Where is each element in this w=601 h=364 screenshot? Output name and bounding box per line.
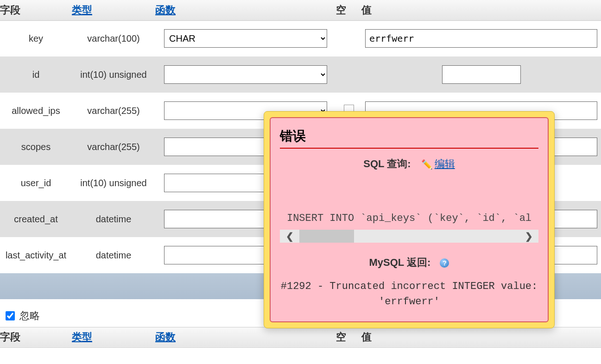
header-row-bottom: 字段类型函数空值 [0,327,601,347]
col-header-field: 字段 [0,0,72,20]
value-cell [361,20,601,56]
field-type: int(10) unsigned [72,165,155,201]
error-dialog: 错误 SQL 查询: ✏️编辑 INSERT INTO `api_keys` (… [264,111,555,328]
function-select[interactable] [164,65,327,84]
mysql-return-line: MySQL 返回: ? [280,256,538,270]
field-type: varchar(255) [72,93,155,129]
null-cell [336,20,361,56]
field-name: id [0,56,72,93]
function-select[interactable]: CHAR [164,29,327,48]
scroll-left-icon[interactable]: ❮ [280,231,299,242]
col-header-value: 值 [361,0,601,20]
field-type: varchar(255) [72,129,155,165]
field-type: int(10) unsigned [72,56,155,93]
error-message: #1292 - Truncated incorrect INTEGER valu… [280,279,538,309]
error-dialog-inner: 错误 SQL 查询: ✏️编辑 INSERT INTO `api_keys` (… [270,117,549,322]
value-input[interactable] [365,29,597,48]
sql-query-label: SQL 查询: [363,158,411,169]
table-row: keyvarchar(100)CHAR [0,20,601,56]
ignore-checkbox-label[interactable]: 忽略 [3,309,40,323]
field-name: user_id [0,165,72,201]
field-name: key [0,20,72,56]
col-header-type[interactable]: 类型 [72,331,92,343]
table-row: idint(10) unsigned [0,56,601,93]
field-type: varchar(100) [72,20,155,56]
field-name: created_at [0,201,72,237]
dialog-title: 错误 [280,127,538,149]
col-header-func[interactable]: 函数 [155,0,336,20]
col-header-type[interactable]: 类型 [72,0,155,20]
scroll-thumb[interactable] [299,230,354,243]
col-header-value: 值 [361,327,601,347]
header-row: 字段 类型 函数 空 值 [0,0,601,20]
sql-scrollbar[interactable]: ❮ ❯ [280,230,538,243]
mysql-return-label: MySQL 返回: [369,257,431,268]
field-type: datetime [72,201,155,237]
col-header-null: 空 [336,0,361,20]
pencil-icon: ✏️ [421,159,433,170]
sql-code: INSERT INTO `api_keys` (`key`, `id`, `al [280,213,538,224]
edit-link[interactable]: 编辑 [435,158,455,169]
col-header-func[interactable]: 函数 [155,331,176,343]
col-header-null: 空 [336,327,361,347]
field-type: datetime [72,237,155,273]
value-input[interactable] [442,65,521,84]
null-cell [336,56,361,93]
help-icon[interactable]: ? [440,258,449,268]
field-name: scopes [0,129,72,165]
field-name: last_activity_at [0,237,72,273]
ignore-label-text: 忽略 [19,309,40,323]
col-header-field: 字段 [0,327,72,347]
scroll-right-icon[interactable]: ❯ [519,231,538,242]
function-cell: CHAR [155,20,336,56]
ignore-checkbox[interactable] [6,311,15,320]
function-cell [155,56,336,93]
scroll-track[interactable] [299,230,519,243]
field-name: allowed_ips [0,93,72,129]
value-cell [361,56,601,93]
sql-query-line: SQL 查询: ✏️编辑 [280,157,538,171]
